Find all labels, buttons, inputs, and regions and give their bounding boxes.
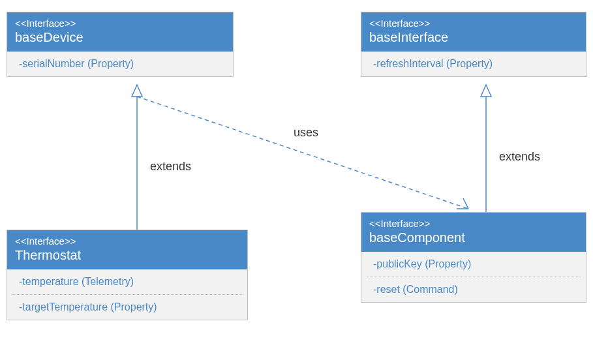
class-box-thermostat: <<Interface>> Thermostat -temperature (T…	[7, 230, 248, 320]
class-name: Thermostat	[15, 248, 239, 263]
class-header: <<Interface>> Thermostat	[7, 230, 247, 269]
member: -reset (Command)	[361, 277, 586, 302]
class-body: -publicKey (Property) -reset (Command)	[361, 252, 586, 302]
extends-right-arrowhead	[481, 85, 491, 97]
member: -serialNumber (Property)	[7, 52, 233, 76]
member: -refreshInterval (Property)	[361, 52, 586, 76]
class-body: -temperature (Telemetry) -targetTemperat…	[7, 269, 247, 320]
uses-label: uses	[294, 126, 318, 140]
member: -temperature (Telemetry)	[7, 269, 247, 294]
stereotype-label: <<Interface>>	[15, 18, 225, 29]
stereotype-label: <<Interface>>	[15, 235, 239, 247]
class-header: <<Interface>> baseComponent	[361, 213, 586, 252]
extends-label-left: extends	[150, 160, 191, 174]
extends-left-arrowhead	[132, 85, 142, 97]
stereotype-label: <<Interface>>	[369, 18, 578, 29]
extends-label-right: extends	[499, 150, 540, 164]
class-body: -serialNumber (Property)	[7, 52, 233, 76]
uses-line	[137, 97, 468, 209]
member: -targetTemperature (Property)	[7, 295, 247, 320]
class-header: <<Interface>> baseInterface	[361, 12, 586, 52]
svg-line-1	[463, 198, 468, 209]
class-header: <<Interface>> baseDevice	[7, 12, 233, 52]
class-body: -refreshInterval (Property)	[361, 52, 586, 76]
class-name: baseComponent	[369, 230, 578, 245]
member: -publicKey (Property)	[361, 252, 586, 277]
class-box-baseinterface: <<Interface>> baseInterface -refreshInte…	[361, 12, 586, 77]
class-name: baseInterface	[369, 30, 578, 45]
stereotype-label: <<Interface>>	[369, 218, 578, 229]
class-box-basecomponent: <<Interface>> baseComponent -publicKey (…	[361, 212, 586, 303]
uses-arrowhead	[457, 198, 468, 209]
class-name: baseDevice	[15, 30, 225, 45]
class-box-basedevice: <<Interface>> baseDevice -serialNumber (…	[7, 12, 234, 77]
